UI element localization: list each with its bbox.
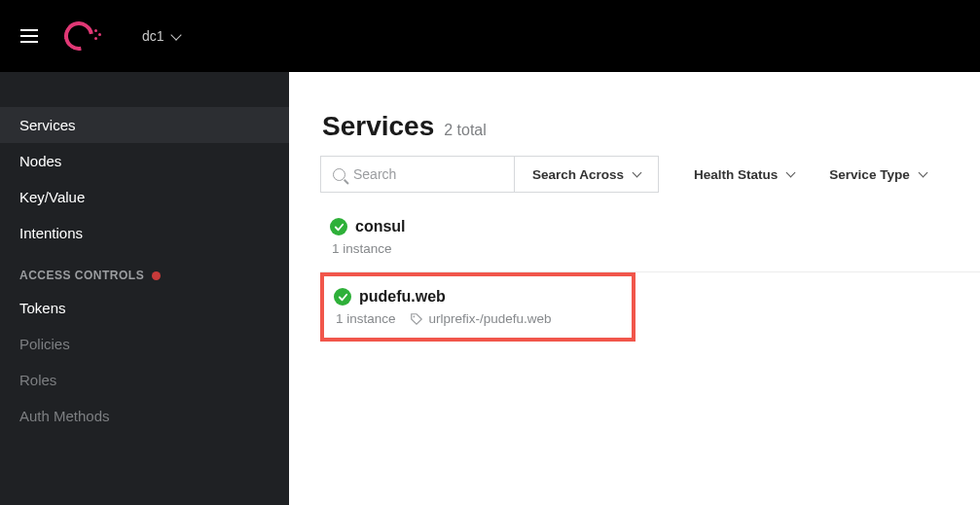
search-input[interactable] [353, 166, 502, 182]
service-list: consul 1 instance pudefu.web 1 instance [320, 204, 980, 342]
check-icon [330, 218, 347, 235]
tag-icon [410, 312, 423, 326]
sidebar-item-services[interactable]: Services [0, 107, 289, 143]
svg-point-0 [413, 315, 415, 317]
service-type-label: Service Type [829, 167, 909, 182]
sidebar-item-intentions[interactable]: Intentions [0, 215, 289, 251]
datacenter-selector[interactable]: dc1 [142, 28, 180, 44]
service-item[interactable]: consul 1 instance [320, 204, 980, 272]
check-icon [334, 288, 351, 306]
search-across-button[interactable]: Search Across [515, 156, 659, 193]
datacenter-label: dc1 [142, 28, 164, 44]
page-count: 2 total [444, 122, 487, 139]
instance-count: 1 instance [332, 241, 392, 256]
chevron-down-icon [786, 168, 796, 178]
sidebar-item-keyvalue[interactable]: Key/Value [0, 179, 289, 215]
service-name[interactable]: pudefu.web [359, 288, 446, 306]
instance-count: 1 instance [336, 311, 396, 326]
health-status-filter[interactable]: Health Status [694, 167, 794, 182]
toolbar: Search Across Health Status Service Type [320, 156, 980, 193]
service-type-filter[interactable]: Service Type [829, 167, 926, 182]
menu-icon[interactable] [18, 24, 41, 48]
access-controls-header: ACCESS CONTROLS [0, 251, 289, 290]
service-tag: urlprefix-/pudefu.web [429, 311, 552, 326]
sidebar-item-roles[interactable]: Roles [0, 362, 289, 398]
chevron-down-icon [918, 168, 927, 178]
sidebar-item-nodes[interactable]: Nodes [0, 143, 289, 179]
alert-dot-icon [152, 271, 161, 280]
search-box[interactable] [320, 156, 515, 193]
sidebar-item-policies[interactable]: Policies [0, 326, 289, 362]
page-header: Services 2 total [320, 111, 980, 142]
search-across-label: Search Across [532, 167, 624, 182]
consul-logo [62, 19, 95, 53]
page-title: Services [322, 111, 434, 142]
sidebar-item-auth-methods[interactable]: Auth Methods [0, 398, 289, 434]
topbar: dc1 [0, 0, 980, 72]
chevron-down-icon [633, 168, 642, 178]
health-status-label: Health Status [694, 167, 778, 182]
search-icon [333, 168, 345, 181]
chevron-down-icon [170, 29, 181, 40]
sidebar: Services Nodes Key/Value Intentions ACCE… [0, 72, 289, 505]
highlighted-service: pudefu.web 1 instance urlprefix-/pudefu.… [320, 272, 635, 342]
sidebar-item-tokens[interactable]: Tokens [0, 290, 289, 326]
service-name: consul [355, 218, 406, 235]
main-content: Services 2 total Search Across Health St… [289, 72, 980, 505]
